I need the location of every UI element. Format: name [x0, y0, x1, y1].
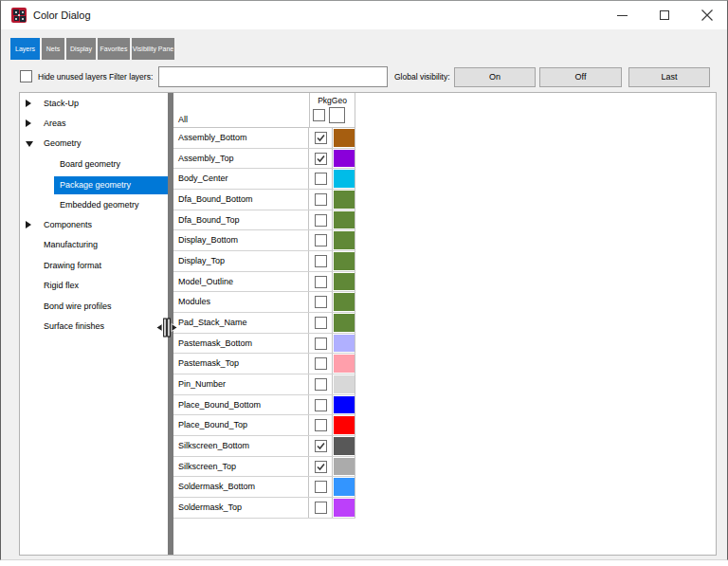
- tree-item-drawing-format[interactable]: Drawing format: [20, 256, 168, 276]
- layer-visibility-checkbox[interactable]: [315, 317, 327, 329]
- tree-item-areas[interactable]: Areas: [20, 114, 168, 134]
- layer-visibility-checkbox[interactable]: [315, 338, 327, 350]
- title-bar: Color Dialog: [1, 1, 727, 29]
- layer-visibility-cell: [309, 210, 333, 230]
- layer-visibility-checkbox[interactable]: [315, 173, 327, 185]
- global-on-button[interactable]: On: [454, 67, 536, 87]
- layer-color-swatch[interactable]: [334, 211, 355, 229]
- close-button[interactable]: [691, 1, 723, 29]
- tree-item-board-geometry[interactable]: Board geometry: [20, 155, 168, 174]
- layer-color-swatch[interactable]: [334, 252, 355, 270]
- layer-visibility-checkbox[interactable]: [315, 357, 327, 370]
- tree-item-label: Package geometry: [54, 176, 168, 194]
- layer-visibility-checkbox[interactable]: [315, 255, 327, 267]
- layer-visibility-cell: [309, 313, 333, 333]
- tree-expander-open-icon[interactable]: [26, 141, 33, 147]
- layer-visibility-checkbox[interactable]: [315, 296, 327, 308]
- layer-name: Soldermask_Bottom: [173, 477, 309, 497]
- layer-row-body_center: Body_Center: [173, 169, 355, 190]
- tab-layers[interactable]: Layers: [10, 38, 40, 60]
- layer-visibility-cell: [309, 354, 333, 374]
- layer-visibility-cell: [309, 457, 333, 477]
- layer-color-swatch[interactable]: [334, 314, 355, 332]
- tree-item-embedded-geometry[interactable]: Embedded geometry: [20, 195, 168, 215]
- all-visibility-checkbox[interactable]: [313, 109, 325, 121]
- all-color-checkbox[interactable]: [329, 107, 345, 123]
- tab-display[interactable]: Display: [66, 38, 96, 60]
- tree-item-label: Manufacturing: [44, 235, 98, 255]
- tree-item-label: Rigid flex: [44, 276, 79, 296]
- global-last-button[interactable]: Last: [628, 67, 710, 87]
- filter-layers-input[interactable]: [158, 66, 388, 87]
- hide-unused-layers-label: Hide unused layers: [38, 67, 107, 87]
- tab-visibility-pane[interactable]: Visibility Pane: [132, 38, 174, 60]
- layer-visibility-cell: [309, 292, 333, 312]
- col-resize-cursor: [155, 318, 178, 342]
- layer-color-cell: [333, 210, 355, 230]
- tree-item-label: Areas: [44, 114, 66, 134]
- layer-visibility-checkbox[interactable]: [315, 419, 327, 431]
- layer-visibility-checkbox[interactable]: [315, 481, 327, 493]
- layer-color-cell: [333, 190, 355, 210]
- layer-name: Assembly_Bottom: [173, 128, 309, 148]
- tree-item-components[interactable]: Components: [20, 215, 168, 235]
- layer-visibility-checkbox[interactable]: [315, 234, 327, 246]
- tree-item-stack-up[interactable]: Stack-Up: [20, 94, 168, 114]
- table-header-row: PkgGeoAll: [173, 93, 355, 128]
- layer-row-place_bound_bottom: Place_Bound_Bottom: [173, 395, 355, 416]
- layer-visibility-checkbox[interactable]: [315, 378, 327, 391]
- layer-visibility-checkbox[interactable]: [315, 399, 327, 411]
- global-off-button[interactable]: Off: [539, 67, 622, 87]
- layer-color-cell: [333, 128, 355, 148]
- tree-expander-closed-icon[interactable]: [26, 221, 31, 228]
- layer-color-swatch[interactable]: [334, 293, 355, 311]
- layer-color-swatch[interactable]: [334, 150, 355, 168]
- layer-visibility-checkbox[interactable]: [315, 132, 327, 144]
- layer-color-swatch[interactable]: [334, 355, 355, 373]
- tree-item-label: Board geometry: [54, 155, 120, 174]
- layer-color-cell: [333, 272, 355, 292]
- maximize-button[interactable]: [648, 1, 681, 29]
- layer-color-swatch[interactable]: [334, 478, 355, 496]
- layer-name: Body_Center: [173, 169, 309, 189]
- layer-visibility-checkbox[interactable]: [315, 193, 327, 206]
- tree-item-manufacturing[interactable]: Manufacturing: [20, 235, 168, 255]
- tree-item-bond-wire-profiles[interactable]: Bond wire profiles: [20, 297, 168, 317]
- tree-item-surface-finishes[interactable]: Surface finishes: [20, 317, 168, 337]
- layer-color-cell: [333, 477, 355, 497]
- tree-item-package-geometry[interactable]: Package geometry: [20, 174, 168, 194]
- layer-color-swatch[interactable]: [334, 499, 355, 517]
- layer-color-swatch[interactable]: [334, 416, 355, 434]
- layer-row-assembly_bottom: Assembly_Bottom: [173, 128, 355, 149]
- layer-color-cell: [333, 415, 355, 435]
- tree-item-geometry[interactable]: Geometry: [20, 134, 168, 154]
- layer-color-swatch[interactable]: [334, 170, 355, 188]
- layer-color-swatch[interactable]: [334, 231, 355, 249]
- hide-unused-layers-checkbox[interactable]: [20, 70, 32, 82]
- layer-color-cell: [333, 251, 355, 271]
- tree-expander-closed-icon[interactable]: [26, 100, 31, 107]
- layer-visibility-checkbox[interactable]: [315, 276, 327, 288]
- layer-visibility-checkbox[interactable]: [315, 214, 327, 227]
- layer-color-cell: [333, 313, 355, 333]
- layer-color-swatch[interactable]: [334, 437, 355, 455]
- layer-color-swatch[interactable]: [334, 273, 355, 291]
- tree-item-rigid-flex[interactable]: Rigid flex: [20, 276, 168, 296]
- layer-visibility-checkbox[interactable]: [315, 461, 327, 473]
- layer-color-swatch[interactable]: [334, 458, 355, 476]
- minimize-button[interactable]: [606, 1, 638, 29]
- layer-color-swatch[interactable]: [334, 335, 355, 353]
- layer-color-swatch[interactable]: [334, 396, 355, 414]
- layer-color-swatch[interactable]: [334, 375, 355, 393]
- tab-favorites[interactable]: Favorites: [98, 38, 130, 60]
- layer-color-swatch[interactable]: [334, 191, 355, 209]
- layer-visibility-checkbox[interactable]: [315, 440, 327, 452]
- layer-visibility-checkbox[interactable]: [315, 153, 327, 165]
- layer-table: PkgGeoAllAssembly_BottomAssembly_TopBody…: [173, 93, 355, 519]
- tab-nets[interactable]: Nets: [42, 38, 64, 60]
- layer-color-cell: [333, 374, 355, 394]
- layer-color-swatch[interactable]: [334, 129, 355, 147]
- tree-expander-closed-icon[interactable]: [26, 119, 31, 127]
- layer-color-cell: [333, 457, 355, 477]
- layer-visibility-checkbox[interactable]: [315, 502, 327, 514]
